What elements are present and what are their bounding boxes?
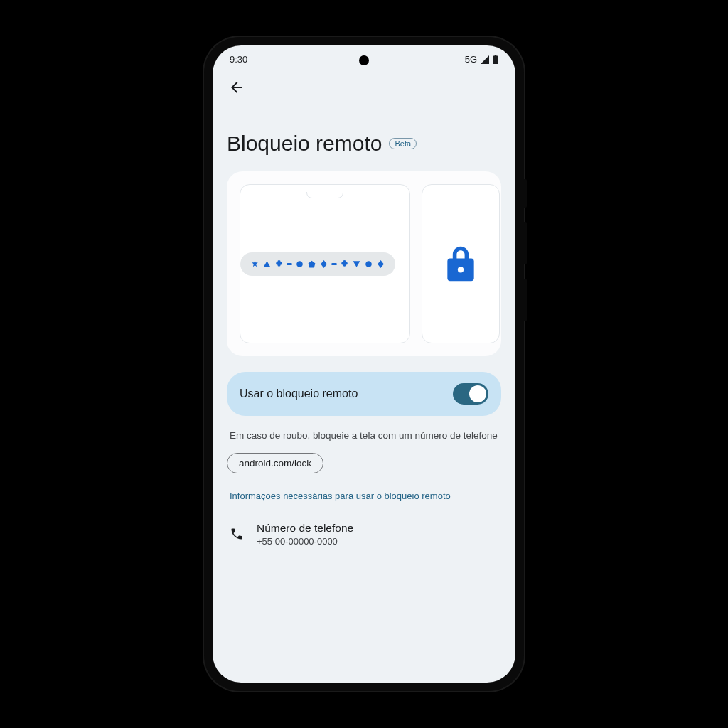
svg-point-4 [458, 267, 464, 272]
clover-icon [274, 259, 284, 269]
toggle-label: Usar o bloqueio remoto [240, 387, 358, 400]
triangle-down-icon [352, 259, 361, 269]
page-title: Bloqueio remoto [227, 132, 382, 156]
diamond-icon [376, 259, 385, 269]
info-requirements-link[interactable]: Informações necessárias para usar o bloq… [227, 489, 501, 503]
signal-icon [480, 55, 490, 64]
circle-icon [364, 259, 373, 269]
dash-icon [287, 263, 292, 265]
lock-icon [444, 244, 477, 284]
description-text: Em caso de roubo, bloqueie a tela com um… [227, 429, 501, 443]
beta-badge: Beta [389, 138, 417, 149]
svg-rect-0 [493, 56, 498, 65]
phone-side-buttons [524, 179, 527, 336]
passcode-chip [240, 252, 395, 276]
phone-number-value: +55 00-00000-0000 [257, 536, 353, 547]
passcode-illustration [240, 184, 410, 343]
back-button[interactable] [228, 79, 245, 96]
svg-point-2 [296, 261, 303, 267]
status-network-label: 5G [465, 54, 477, 65]
lock-illustration [422, 184, 500, 343]
phone-number-title: Número de telefone [257, 522, 353, 535]
circle-icon [295, 259, 304, 269]
svg-point-3 [365, 261, 372, 267]
clover-icon [340, 259, 349, 269]
use-remote-lock-toggle-row[interactable]: Usar o bloqueio remoto [227, 372, 501, 416]
screen: 9:30 5G Bloqueio remoto Beta [213, 46, 515, 682]
camera-cutout [359, 55, 369, 65]
pentagon-icon [307, 259, 316, 269]
status-time: 9:30 [230, 54, 247, 65]
battery-icon [493, 55, 498, 64]
svg-rect-1 [495, 55, 497, 56]
lock-url-chip[interactable]: android.com/lock [227, 453, 323, 473]
switch-thumb [469, 385, 486, 402]
triangle-icon [262, 259, 272, 269]
asterisk-icon [250, 259, 259, 269]
phone-frame: 9:30 5G Bloqueio remoto Beta [204, 37, 524, 691]
phone-icon [230, 527, 244, 541]
dash-icon [331, 263, 337, 265]
toggle-switch[interactable] [453, 383, 488, 405]
phone-number-row[interactable]: Número de telefone +55 00-00000-0000 [227, 522, 501, 547]
hero-illustration [227, 171, 501, 356]
diamond-icon [319, 259, 328, 269]
